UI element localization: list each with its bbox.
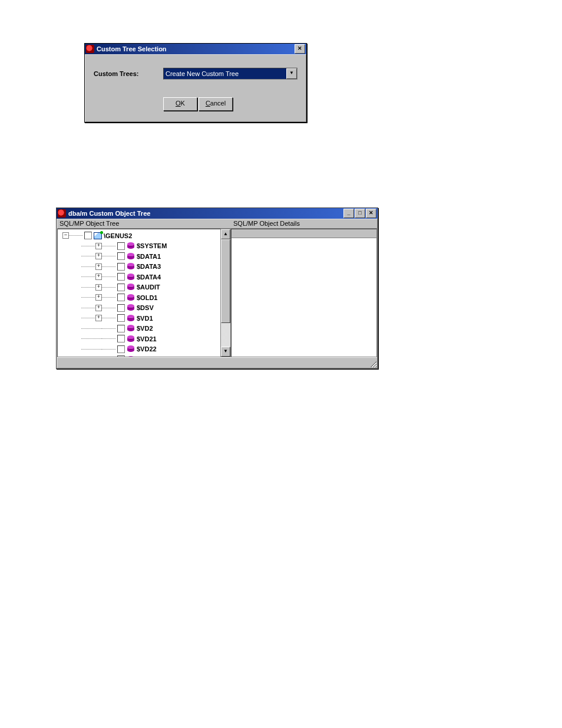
tree-root[interactable]: − \GENUS2 xyxy=(62,230,220,241)
disk-icon xyxy=(127,274,135,281)
checkbox[interactable] xyxy=(117,325,125,332)
tree-node-label: $DATA3 xyxy=(137,263,161,270)
checkbox[interactable] xyxy=(117,252,125,260)
tree-node-label: $DSV xyxy=(137,304,154,311)
expand-icon[interactable]: + xyxy=(95,274,102,280)
expand-icon[interactable]: + xyxy=(95,243,102,249)
tree-viewport[interactable]: − \GENUS2 +$SYSTEM+$DATA1+$DATA3+$DATA4+… xyxy=(57,229,221,357)
checkbox[interactable] xyxy=(117,273,125,281)
expand-icon[interactable]: + xyxy=(95,294,102,301)
expand-icon[interactable]: + xyxy=(95,315,102,321)
disk-icon xyxy=(127,335,135,342)
close-icon[interactable]: ✕ xyxy=(366,209,376,218)
tree-node-label: $DATA1 xyxy=(137,253,161,260)
scroll-up-icon[interactable]: ▲ xyxy=(221,229,230,239)
maximize-icon[interactable]: □ xyxy=(355,209,365,218)
tree-node-label: $VD22 xyxy=(137,345,157,353)
checkbox[interactable] xyxy=(117,294,125,301)
expand-icon[interactable]: + xyxy=(95,263,102,270)
disk-icon xyxy=(127,263,135,270)
object-tree-pane: SQL/MP Object Tree − \GENUS2 +$SYSTEM+$D… xyxy=(57,219,231,357)
left-pane-header: SQL/MP Object Tree xyxy=(57,219,231,229)
tree-node[interactable]: +$DATA4 xyxy=(62,272,220,282)
scroll-down-icon[interactable]: ▼ xyxy=(221,347,230,357)
right-pane-header: SQL/MP Object Details xyxy=(231,219,377,229)
disk-icon xyxy=(127,315,135,322)
collapse-icon[interactable]: − xyxy=(62,232,69,239)
tree-node-label: $SYSTEM xyxy=(137,242,167,249)
system-icon xyxy=(94,232,102,239)
tree-node[interactable]: $VD21 xyxy=(62,334,220,344)
disk-icon xyxy=(127,253,135,260)
checkbox[interactable] xyxy=(117,345,125,353)
scrollbar-track[interactable] xyxy=(221,239,230,347)
checkbox[interactable] xyxy=(117,314,125,322)
disk-icon xyxy=(127,304,135,311)
expand-icon[interactable]: + xyxy=(95,253,102,259)
size-grip-icon[interactable] xyxy=(369,360,376,367)
chevron-down-icon[interactable]: ▼ xyxy=(286,68,297,79)
tree-node-label: $VD1 xyxy=(137,315,153,322)
checkbox[interactable] xyxy=(117,304,125,312)
tree-node[interactable]: $VD2 xyxy=(62,324,220,334)
tree-node[interactable]: +$AUDIT xyxy=(62,282,220,293)
tree-node[interactable]: +$OLD1 xyxy=(62,292,220,303)
disk-icon xyxy=(127,345,135,353)
statusbar xyxy=(57,357,377,368)
app-icon xyxy=(58,209,66,218)
expand-icon[interactable]: + xyxy=(95,305,102,311)
tree-node[interactable]: +$DATA3 xyxy=(62,262,220,272)
tree-node-label: $OLD1 xyxy=(137,294,157,301)
expand-icon[interactable]: + xyxy=(95,284,102,291)
app-icon xyxy=(86,45,94,53)
disk-icon xyxy=(127,325,135,332)
close-icon[interactable]: ✕ xyxy=(295,44,305,54)
tree-node[interactable]: +$DSV xyxy=(62,303,220,314)
disk-icon xyxy=(127,294,135,301)
checkbox[interactable] xyxy=(117,242,125,250)
checkbox[interactable] xyxy=(117,335,125,342)
tree-node-label: \GENUS2 xyxy=(104,232,132,239)
disk-icon xyxy=(127,284,135,291)
custom-tree-combo[interactable]: ▼ xyxy=(163,68,297,80)
tree-node[interactable]: +$DATA1 xyxy=(62,251,220,262)
minimize-icon[interactable]: _ xyxy=(343,209,354,218)
tree-node-label: $VD21 xyxy=(137,335,157,342)
tree-node[interactable]: +$SYSTEM xyxy=(62,241,220,252)
tree-node-label: $AUDIT xyxy=(137,284,160,291)
checkbox[interactable] xyxy=(117,284,125,291)
custom-object-tree-window: dba/m Custom Object Tree _ □ ✕ SQL/MP Ob… xyxy=(56,207,378,369)
vertical-scrollbar[interactable]: ▲ ▼ xyxy=(221,229,231,357)
cancel-button[interactable]: Cancel xyxy=(199,97,233,111)
tree-node-label: $VD2 xyxy=(137,325,153,332)
window-title: dba/m Custom Object Tree xyxy=(68,210,343,217)
custom-trees-label: Custom Trees: xyxy=(94,70,163,77)
tree-node[interactable]: $VD22 xyxy=(62,344,220,355)
checkbox[interactable] xyxy=(84,232,92,239)
tree-node[interactable]: +$VD1 xyxy=(62,313,220,324)
custom-tree-selection-dialog: Custom Tree Selection ✕ Custom Trees: ▼ … xyxy=(84,43,307,123)
object-details-pane: SQL/MP Object Details xyxy=(231,219,377,357)
custom-tree-combo-input[interactable] xyxy=(164,68,286,79)
disk-icon xyxy=(127,242,135,249)
checkbox[interactable] xyxy=(117,263,125,271)
details-column-header[interactable] xyxy=(232,229,376,238)
details-viewport[interactable] xyxy=(231,229,377,357)
tree-node-label: $DATA4 xyxy=(137,274,161,281)
window-titlebar[interactable]: dba/m Custom Object Tree _ □ ✕ xyxy=(57,208,378,219)
dialog-titlebar[interactable]: Custom Tree Selection ✕ xyxy=(85,44,306,54)
ok-button[interactable]: OK xyxy=(163,97,197,111)
scrollbar-thumb[interactable] xyxy=(221,239,230,323)
dialog-title: Custom Tree Selection xyxy=(97,45,295,52)
